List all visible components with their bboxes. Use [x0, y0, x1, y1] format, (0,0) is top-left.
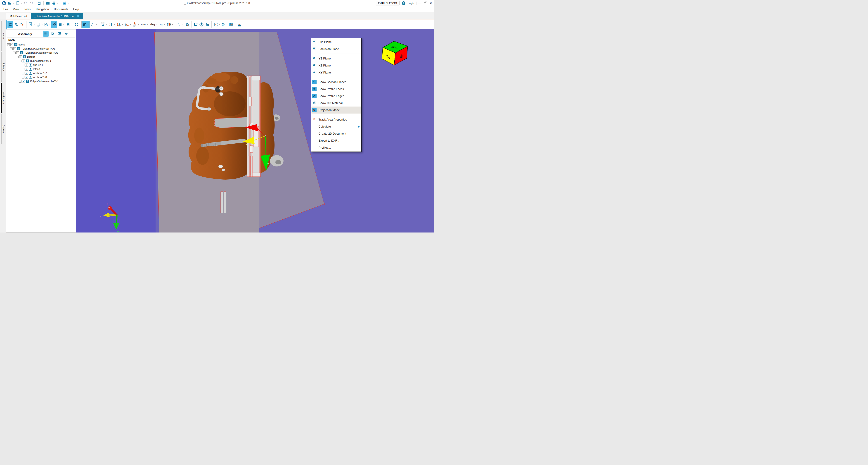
context-menu-item-focus-on-plane[interactable]: Focus on Plane — [311, 45, 361, 53]
document-tab[interactable]: MoldDevice.prt — [6, 13, 31, 19]
email-button[interactable] — [45, 0, 51, 6]
tree-column-header[interactable]: NAME — [7, 37, 75, 42]
cylinder-button[interactable] — [57, 21, 65, 28]
visibility-checkbox[interactable] — [10, 43, 13, 46]
tree-node-label[interactable]: Scene — [18, 43, 25, 46]
print-button[interactable] — [51, 0, 59, 6]
chevron-down-icon[interactable] — [96, 24, 97, 25]
visibility-checkbox[interactable] — [19, 55, 22, 58]
chevron-down-icon[interactable] — [34, 3, 35, 4]
viewport-3d[interactable]: X Z Y X Z Y — [76, 29, 434, 232]
visibility-checkbox[interactable] — [22, 80, 25, 83]
label-board-button[interactable]: A — [57, 31, 62, 37]
measure-angle-button[interactable] — [124, 21, 132, 28]
tree-row[interactable]: +washer-01-7 — [6, 71, 76, 75]
context-menu-item-show-section-planes[interactable]: Show Section Planes — [311, 79, 361, 86]
menu-navigation[interactable]: Navigation — [33, 7, 51, 12]
context-menu-item-calculate[interactable]: Calculate — [311, 123, 361, 130]
assembly-tree-button[interactable] — [7, 21, 13, 28]
script-button[interactable]: >_ — [213, 21, 221, 28]
expand-icon[interactable]: + — [22, 72, 24, 74]
external-link-button[interactable] — [228, 21, 234, 28]
chevron-down-icon[interactable] — [182, 24, 184, 25]
manipulator-y-axis[interactable] — [265, 136, 266, 155]
measure-area-button[interactable] — [132, 21, 140, 28]
unit-kg-button[interactable]: kg — [158, 21, 166, 28]
gear-button[interactable]: ⚙ — [221, 21, 226, 28]
view-cube[interactable]: Front Top Left — [380, 39, 409, 68]
chevron-down-icon[interactable] — [130, 24, 131, 25]
appearance-button[interactable] — [28, 21, 35, 28]
collapse-icon[interactable]: − — [19, 60, 22, 62]
tree-row[interactable]: +rotor-1 — [6, 67, 76, 71]
expand-icon[interactable]: + — [22, 64, 24, 66]
chevron-down-icon[interactable] — [13, 3, 14, 4]
exploded-view-button[interactable] — [51, 21, 57, 28]
chevron-down-icon[interactable] — [106, 24, 107, 25]
tree-node-label[interactable]: HubAssembly-02-1 — [30, 60, 51, 62]
coordinate-xyz-button[interactable]: (X,Y,Z) — [100, 21, 108, 28]
measure-diameter-button[interactable] — [116, 21, 124, 28]
visibility-checkbox[interactable] — [25, 68, 28, 70]
sidebar-tab-home[interactable]: Home — [0, 21, 6, 51]
visibility-checkbox[interactable] — [22, 60, 25, 62]
context-menu-item-track-area-properties[interactable]: Track Area Properties — [311, 116, 361, 123]
part-filter-button[interactable] — [19, 21, 25, 28]
chevron-down-icon[interactable] — [138, 24, 139, 25]
tree-node-label[interactable]: Default — [27, 55, 35, 58]
info-button[interactable] — [198, 21, 205, 28]
tree-row[interactable]: +CaliperSubassmebly-01-1 — [6, 79, 76, 83]
tree-row[interactable]: −HubAssembly-02-1 — [6, 59, 76, 63]
visibility-checkbox[interactable] — [25, 76, 28, 79]
close-button[interactable]: × — [430, 2, 432, 5]
markup-note-button[interactable] — [50, 31, 55, 37]
chevron-down-icon[interactable] — [172, 24, 173, 25]
chevron-down-icon[interactable] — [41, 24, 43, 25]
visibility-checkbox[interactable] — [25, 64, 28, 66]
measure-distance-button[interactable] — [108, 21, 116, 28]
chevron-down-icon[interactable] — [63, 24, 64, 25]
tree-row[interactable]: −_DiskBrakeAssembly-01FINAL — [6, 51, 76, 55]
save-button[interactable] — [36, 0, 42, 6]
tab-close-icon[interactable]: ✕ — [77, 14, 80, 18]
sidebar-tab-library[interactable]: Library — [0, 52, 6, 82]
sidebar-tab-workspace[interactable]: Workspace — [0, 83, 6, 113]
view-multi-button[interactable] — [43, 21, 51, 28]
chevron-down-icon[interactable] — [114, 24, 115, 25]
explode-tool-button[interactable] — [184, 21, 190, 28]
manipulator-origin[interactable] — [265, 135, 266, 136]
context-menu-item-show-cut-material[interactable]: Show Cut Material — [311, 99, 361, 106]
chevron-down-icon[interactable] — [147, 24, 148, 25]
tree-row[interactable]: −Scene — [6, 42, 76, 46]
visibility-eye-button[interactable] — [64, 31, 69, 37]
tree-node-label[interactable]: washer-01-7 — [33, 72, 47, 74]
tree-node-label[interactable]: _DiskBrakeAssembly-01FINAL — [24, 51, 58, 54]
tree-row[interactable]: +washer-01-8 — [6, 75, 76, 79]
plane-corner-handle[interactable] — [323, 203, 325, 205]
context-menu-item-show-profile-edges[interactable]: Show Profile Edges — [311, 93, 361, 99]
menu-help[interactable]: Help — [71, 7, 82, 12]
cylinder-new-button[interactable] — [65, 21, 71, 28]
visibility-checkbox[interactable] — [13, 47, 16, 50]
chevron-down-icon[interactable] — [80, 24, 81, 25]
visibility-checkbox[interactable] — [25, 72, 28, 74]
section-tool-button[interactable] — [82, 21, 90, 28]
tree-node-label[interactable]: _DiskBrakeAssembly-01FINAL — [21, 47, 55, 50]
context-menu-item-show-profile-faces[interactable]: Show Profile Faces — [311, 86, 361, 93]
context-menu-item-xz-plane[interactable]: XZ Plane — [311, 62, 361, 69]
tree-row[interactable]: −Default — [6, 55, 76, 59]
chevron-down-icon[interactable] — [21, 3, 22, 4]
chevron-down-icon[interactable] — [33, 24, 35, 25]
context-menu-item-create-2d-document[interactable]: Create 2D Document — [311, 130, 361, 137]
chevron-down-icon[interactable] — [219, 24, 220, 25]
help-icon[interactable]: ? — [402, 1, 405, 5]
context-menu-item-yz-plane[interactable]: YZ Plane — [311, 55, 361, 62]
chevron-down-icon[interactable] — [88, 24, 89, 25]
tree-node-label[interactable]: rotor-1 — [33, 68, 40, 70]
tree-node-label[interactable]: washer-01-8 — [33, 76, 47, 79]
chevron-down-icon[interactable] — [164, 24, 165, 25]
collapse-icon[interactable]: − — [16, 56, 19, 58]
grid-view-button[interactable] — [43, 31, 49, 37]
visibility-checkbox[interactable] — [16, 51, 19, 54]
collapse-icon[interactable]: − — [7, 43, 10, 46]
